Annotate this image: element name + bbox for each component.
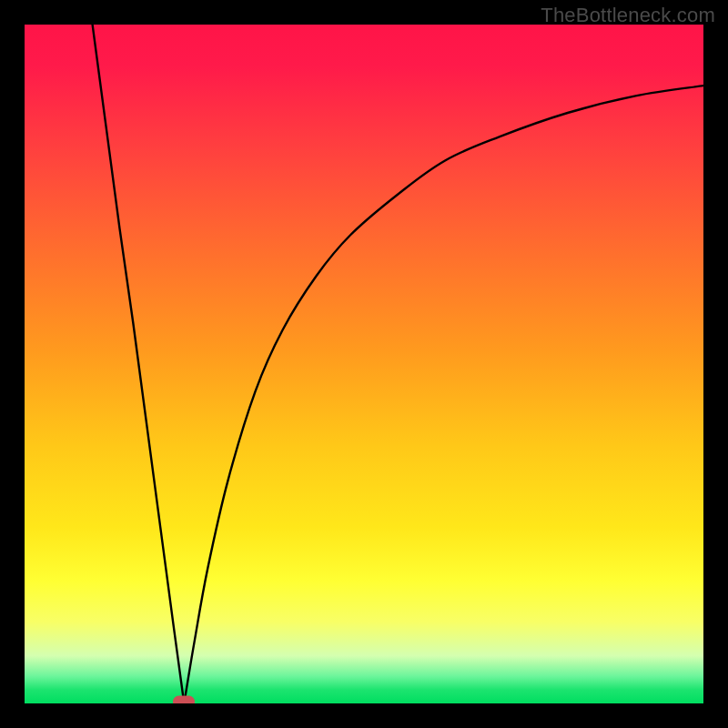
watermark-text: TheBottleneck.com — [541, 4, 715, 27]
minimum-marker — [173, 696, 195, 704]
plot-area — [25, 25, 703, 703]
curve-layer — [25, 25, 703, 703]
curve-left — [93, 25, 185, 703]
chart-frame: TheBottleneck.com — [0, 0, 728, 728]
curve-right — [184, 86, 703, 703]
